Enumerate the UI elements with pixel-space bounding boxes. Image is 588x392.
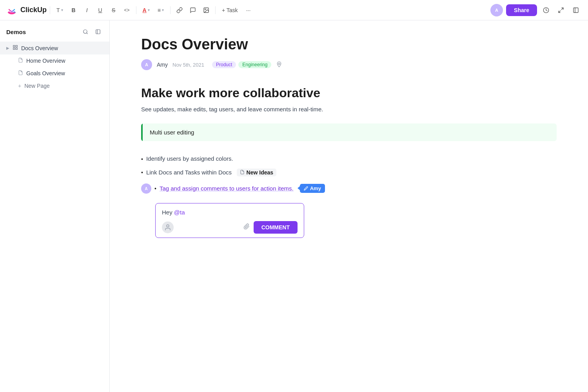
sidebar-actions <box>80 27 103 37</box>
docs-overview-icon <box>13 45 18 51</box>
sidebar-search-button[interactable] <box>80 27 91 37</box>
align-button[interactable]: ≡ ▾ <box>154 5 167 15</box>
toolbar-separator-2 <box>136 6 136 14</box>
bold-button[interactable]: B <box>68 4 80 16</box>
fullscreen-button[interactable] <box>555 4 567 16</box>
comment-box: Hey @ta COMMENT <box>155 203 304 238</box>
sidebar-item-docs-overview[interactable]: ▶ Docs Overview <box>0 42 109 54</box>
tag-engineering[interactable]: Engineering <box>238 61 271 68</box>
svg-point-10 <box>278 63 280 64</box>
document-meta: A Amy Nov 5th, 2021 Product Engineering <box>141 59 557 70</box>
document-tags: Product Engineering <box>212 61 271 68</box>
svg-rect-7 <box>16 45 17 47</box>
document-title: Docs Overview <box>141 36 557 53</box>
svg-rect-5 <box>96 30 100 34</box>
image-toolbar-button[interactable] <box>200 4 212 16</box>
sidebar-collapse-button[interactable] <box>93 27 103 37</box>
bullet-dot-1: • <box>141 156 143 162</box>
code-button[interactable]: <> <box>121 4 133 16</box>
strikethrough-button[interactable]: S <box>108 4 120 16</box>
callout-text: Multi user editing <box>143 123 201 141</box>
underline-button[interactable]: U <box>94 4 106 16</box>
sidebar-item-home-overview[interactable]: Home Overview <box>0 54 109 67</box>
color-button[interactable]: A ▾ <box>140 5 153 15</box>
sidebar-arrow-icon: ▶ <box>6 46 9 50</box>
app-name: ClickUp <box>20 6 47 14</box>
tag-product[interactable]: Product <box>212 61 236 68</box>
comment-mention: @ta <box>174 209 185 216</box>
sidebar-item-goals-overview[interactable]: Goals Overview <box>0 67 109 80</box>
bullet-text-1: Identify users by assigned colors. <box>146 155 233 162</box>
svg-rect-8 <box>13 48 15 49</box>
doc-link-icon <box>240 170 245 176</box>
svg-point-11 <box>167 225 169 227</box>
comment-footer: COMMENT <box>162 221 298 234</box>
bullet-dot-2: • <box>141 169 143 176</box>
sidebar: Demos ▶ Docs Overview Home Overv <box>0 20 110 392</box>
link-button[interactable] <box>174 4 185 16</box>
toolbar-separator <box>50 6 50 14</box>
home-overview-icon <box>18 58 23 64</box>
new-page-button[interactable]: + New Page <box>0 80 109 92</box>
sidebar-label-goals-overview: Goals Overview <box>26 70 103 76</box>
comment-input-display: Hey @ta <box>162 209 298 216</box>
svg-rect-3 <box>573 8 578 13</box>
more-options-button[interactable]: ··· <box>243 4 254 16</box>
svg-point-1 <box>205 9 206 9</box>
doc-link-label: New Ideas <box>247 169 273 176</box>
bullet-dot-3: • <box>154 185 156 192</box>
section-subtitle: See updates, make edits, tag users, and … <box>141 106 557 113</box>
workspace-title: Demos <box>6 29 26 35</box>
app-logo[interactable]: ClickUp <box>6 5 47 16</box>
main-layout: Demos ▶ Docs Overview Home Overv <box>0 20 588 392</box>
user-avatar[interactable]: A <box>490 4 503 16</box>
toolbar: ClickUp T ▾ B I U S <> A ▾ ≡ ▾ + Task <box>0 0 588 20</box>
toolbar-separator-4 <box>215 6 216 14</box>
commenter-avatar <box>162 221 174 233</box>
sidebar-label-home-overview: Home Overview <box>26 58 103 64</box>
sidebar-label-docs-overview: Docs Overview <box>21 45 103 51</box>
bullet-item-3: A • Tag and assign comments to users for… <box>141 180 557 197</box>
callout-block: Multi user editing <box>141 123 557 141</box>
text-format-button[interactable]: T ▾ <box>53 5 66 15</box>
comment-toolbar-button[interactable] <box>187 4 199 16</box>
document-content: Docs Overview A Amy Nov 5th, 2021 Produc… <box>110 20 588 392</box>
new-page-plus-icon: + <box>18 83 21 89</box>
amy-bullet-avatar: A <box>141 183 151 194</box>
bullet-list: • Identify users by assigned colors. • L… <box>141 152 557 197</box>
sidebar-header: Demos <box>0 27 109 42</box>
add-task-button[interactable]: + Task <box>219 5 241 15</box>
svg-rect-6 <box>13 45 15 47</box>
new-page-label: New Page <box>24 83 50 89</box>
amy-tooltip: Amy <box>300 184 325 193</box>
share-button[interactable]: Share <box>506 4 537 16</box>
section-heading: Make work more collaborative <box>141 86 557 100</box>
svg-rect-9 <box>16 48 17 49</box>
history-button[interactable] <box>540 4 552 16</box>
bullet-text-2: Link Docs and Tasks within Docs New Idea… <box>146 169 276 176</box>
doc-link-new-ideas[interactable]: New Ideas <box>237 169 276 176</box>
location-icon[interactable] <box>276 61 282 69</box>
bullet-item-2: • Link Docs and Tasks within Docs New Id… <box>141 165 557 180</box>
toolbar-right: A Share <box>490 4 582 16</box>
toolbar-separator-3 <box>170 6 171 14</box>
sidebar-toggle-button[interactable] <box>570 4 582 16</box>
author-avatar: A <box>141 59 152 70</box>
highlighted-bullet-text: Tag and assign comments to users for act… <box>160 185 294 192</box>
goals-overview-icon <box>18 70 23 76</box>
italic-button[interactable]: I <box>81 4 93 16</box>
comment-submit-button[interactable]: COMMENT <box>254 221 298 234</box>
document-date: Nov 5th, 2021 <box>172 62 204 68</box>
text-dropdown-arrow: ▾ <box>61 8 63 12</box>
attach-icon[interactable] <box>243 223 250 231</box>
document-author: Amy <box>157 62 168 68</box>
bullet-item-1: • Identify users by assigned colors. <box>141 152 557 165</box>
